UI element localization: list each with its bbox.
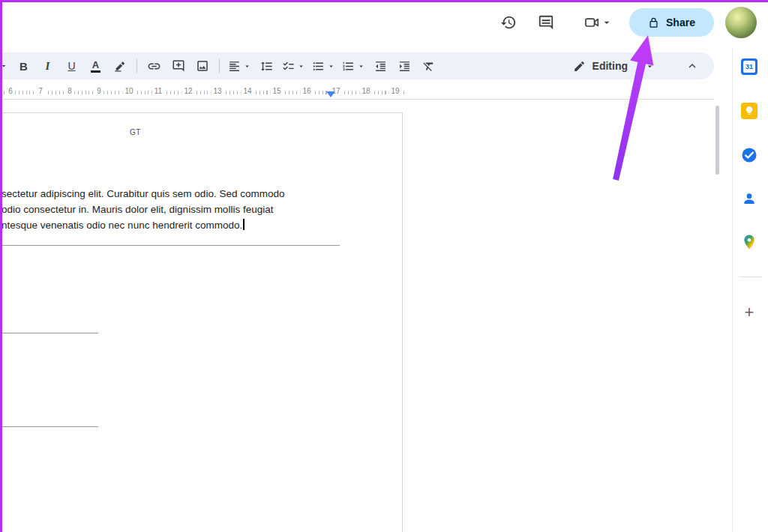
sidebar-item-tasks[interactable] [736,142,763,169]
italic-button[interactable]: I [38,55,58,76]
bulleted-list-icon [312,60,325,73]
ruler-number: 10 [122,86,135,96]
sidebar-item-keep[interactable] [736,97,763,124]
link-chain-icon [147,59,161,73]
avatar[interactable] [725,7,757,38]
comments-button[interactable] [531,7,561,37]
caret-down-icon [243,62,251,70]
share-button-label: Share [666,16,695,28]
hide-menus-button[interactable] [682,55,702,76]
ruler-number: 16 [300,86,313,96]
sidebar-item-calendar[interactable]: 31 [736,53,763,80]
checklist-icon [282,60,295,73]
caret-down-icon [297,62,305,70]
checklist-button[interactable] [280,55,307,76]
clear-formatting-icon [422,60,435,73]
editing-mode-label: Editing [592,60,628,72]
video-camera-icon [584,14,600,31]
image-photo-icon [196,59,209,73]
toolbar-left-group: B I U A [0,55,439,76]
ruler-number: 12 [182,86,194,96]
get-add-ons-button[interactable]: + [736,299,763,326]
page-header-text: GT [130,128,141,136]
add-comment-button[interactable] [168,55,188,76]
google-tasks-icon [740,146,758,164]
underline-button[interactable]: U [62,55,82,76]
ruler-number: 14 [241,86,254,96]
side-panel: 31 [732,48,768,532]
indent-marker[interactable] [326,91,335,97]
sidebar-item-maps[interactable] [736,229,763,256]
comment-bubble-icon [538,14,554,31]
google-keep-icon [741,103,758,119]
bold-button[interactable]: B [14,55,34,76]
text-line[interactable]: sectetur adipiscing elit. Curabitur quis… [2,187,392,202]
highlight-color-button[interactable] [110,55,130,76]
toolbar: B I U A [0,52,714,79]
underline-glyph: U [68,60,75,72]
google-maps-icon [741,234,758,250]
share-button[interactable]: Share [629,8,714,37]
document-page[interactable]: GT sectetur adipiscing elit. Curabitur q… [0,112,403,532]
caret-down-icon [357,62,365,70]
ruler-ticks [0,91,405,94]
editing-mode-button[interactable]: Editing [566,55,662,77]
ruler-number: 7 [36,86,45,96]
indent-increase-icon [398,60,411,73]
caret-down-icon [327,62,335,70]
text-line[interactable]: ntesque venenatis odio nec nunc hendreri… [2,218,392,234]
screenshot-border-top [0,0,768,2]
clear-formatting-button[interactable] [418,55,439,76]
ruler: 6 7 8 9 10 11 12 13 14 15 16 17 18 19 [0,84,714,100]
text-color-icon: A [91,60,100,73]
toolbar-separator [219,58,220,73]
ruler-number: 15 [270,86,283,96]
align-button[interactable] [226,55,253,76]
text-line-content: ntesque venenatis odio nec nunc hendreri… [2,220,242,231]
bold-glyph: B [20,60,28,73]
indent-decrease-icon [374,60,387,73]
sidebar-item-contacts[interactable] [736,185,763,212]
calendar-date-label: 31 [746,63,753,70]
scrollbar-thumb[interactable] [716,106,719,175]
ruler-number: 8 [65,86,74,96]
topbar: Share [0,0,768,45]
google-contacts-icon [740,190,758,208]
screenshot-border-left [0,0,2,532]
text-cursor [243,219,244,230]
text-line[interactable]: odio consectetur in. Mauris dolor elit, … [2,202,392,218]
video-call-button[interactable] [576,7,620,37]
numbered-list-icon [342,60,355,73]
google-calendar-icon: 31 [741,58,758,75]
ruler-number: 19 [388,86,401,96]
bulleted-list-button[interactable] [310,55,337,76]
ruler-number: 18 [359,86,372,96]
ruler-number: 13 [211,86,224,96]
text-color-bar [91,70,100,73]
ruler-number: 9 [94,86,104,96]
insert-link-button[interactable] [144,55,164,76]
insert-image-button[interactable] [192,55,212,76]
caret-down-icon [601,16,613,28]
numbered-list-button[interactable] [340,55,367,76]
indent-decrease-button[interactable] [370,55,391,76]
version-history-button[interactable] [494,7,524,37]
side-panel-divider [740,276,762,277]
line-spacing-button[interactable] [256,55,277,76]
lock-icon [648,17,659,28]
pencil-icon [573,60,586,73]
horizontal-rule [1,245,340,246]
comment-plus-icon [172,59,185,73]
text-color-button[interactable]: A [86,55,106,76]
toolbar-separator [136,58,137,73]
ruler-number: 11 [152,86,164,96]
horizontal-rule [1,426,98,427]
indent-increase-button[interactable] [394,55,415,76]
toolbar-right-group: Editing [566,55,708,77]
text-color-glyph: A [92,60,99,70]
highlighter-pen-icon [113,59,127,73]
chevron-up-icon [686,59,699,73]
horizontal-rule [1,333,98,333]
history-clock-icon [500,14,517,31]
paragraph[interactable]: sectetur adipiscing elit. Curabitur quis… [2,187,392,233]
